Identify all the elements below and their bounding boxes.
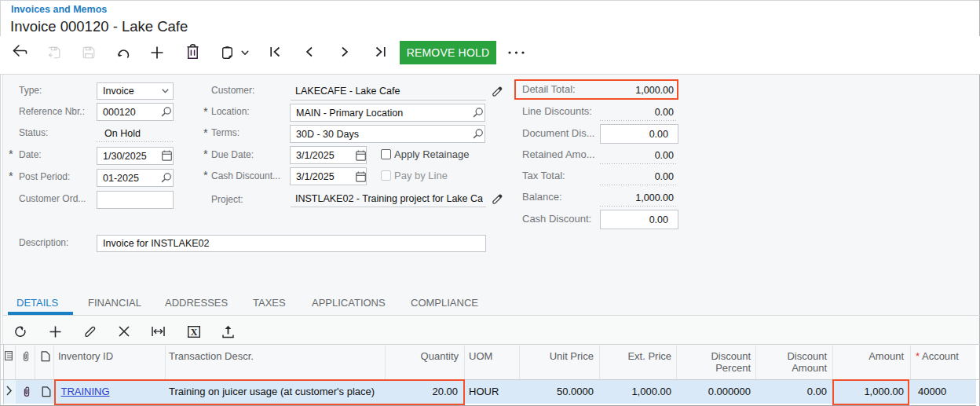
svg-text:X: X: [191, 326, 198, 337]
